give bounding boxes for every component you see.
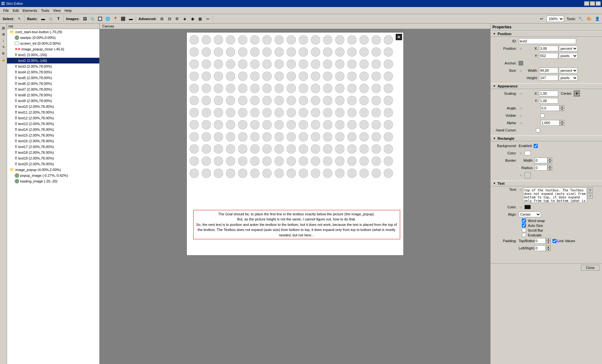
width-unit-select[interactable]: percent pixels <box>559 68 578 73</box>
adv-tool3[interactable]: ⚙ <box>174 15 181 22</box>
y-input[interactable] <box>539 53 558 59</box>
adv-tool5[interactable]: ◉ <box>189 15 196 22</box>
tree-item[interactable]: Ttext3 (2.00%,78.00%) <box>7 63 99 69</box>
zoom-select[interactable]: 100% 50% 75% 150% 200% <box>546 16 564 22</box>
img-tool7[interactable]: ▬ <box>127 15 134 22</box>
angle-input[interactable] <box>540 105 560 111</box>
handcursor-checkbox[interactable] <box>536 128 540 132</box>
id-input[interactable] <box>519 38 576 44</box>
radius-down[interactable]: ▼ <box>548 168 552 171</box>
img-tool3[interactable]: 🔲 <box>97 15 104 22</box>
alpha-spinner[interactable]: ▲ ▼ <box>560 120 564 126</box>
tree-item[interactable]: Ttext15 (2.00%,78.00%) <box>7 132 99 138</box>
adv-tool6[interactable]: ▦ <box>197 15 204 22</box>
x-unit-select[interactable]: percent pixels <box>559 46 578 51</box>
basic-tool1[interactable]: ▬ <box>40 15 47 22</box>
close-props-button[interactable]: Close <box>581 265 599 271</box>
tree-item[interactable]: Ttext20 (2.00%,78.00%) <box>7 161 99 167</box>
menu-file[interactable]: File <box>1 8 11 13</box>
text-content-input[interactable]: top of the textbox. The Textbox does not… <box>523 188 587 203</box>
close-window-button[interactable]: × <box>596 1 601 6</box>
text-clear-btn[interactable]: ↗ <box>588 193 593 198</box>
menu-edit[interactable]: Edit <box>11 8 21 13</box>
adv-tool2[interactable]: ⊟ <box>166 15 173 22</box>
tree-item[interactable]: Ttext6 (2.00%,78.00%) <box>7 81 99 86</box>
tree-item[interactable]: Ttext4 (2.00%,78.00%) <box>7 69 99 75</box>
tree-item[interactable]: screen_tnt (0.00%,0.00%) <box>7 41 99 46</box>
tree-item[interactable]: Ttext8 (2.00%,78.00%) <box>7 92 99 98</box>
tree-item[interactable]: ✕✕image_popup_close (-45,6) <box>7 46 99 52</box>
radius-input[interactable] <box>535 165 547 171</box>
maximize-button[interactable]: □ <box>590 1 595 6</box>
tree-item[interactable]: Ttext2 (3.00%,-148) <box>7 58 99 63</box>
img-tool2[interactable]: 📎 <box>89 15 96 22</box>
align-select[interactable]: Center Left Right <box>519 212 541 217</box>
tree-container[interactable]: 📁cont_start-tour-button (-70,29)🌐startpi… <box>7 29 99 364</box>
tools-btn2[interactable]: 🎨 <box>585 15 592 22</box>
scrollbar-checkbox[interactable] <box>522 228 526 232</box>
tree-item[interactable]: Ttext13 (2.00%,78.00%) <box>7 121 99 127</box>
select-tool-btn[interactable]: ↖ <box>16 15 23 22</box>
side-btn-4[interactable]: ✎ <box>1 44 6 50</box>
tree-item[interactable]: Ttext16 (2.00%,78.00%) <box>7 138 99 144</box>
leftright-down[interactable]: ▼ <box>546 248 551 251</box>
tree-item[interactable]: 📁image_popup (4.00%,2.00%) <box>7 167 99 173</box>
menu-view[interactable]: View <box>51 8 63 13</box>
bg-color-swatch[interactable] <box>524 151 531 155</box>
angle-down[interactable]: ▼ <box>560 108 564 111</box>
tree-item[interactable]: 📁cont_start-tour-button (-70,29) <box>7 29 99 35</box>
appearance-section-header[interactable]: ▼ Appearance <box>491 83 602 89</box>
alpha-input[interactable] <box>540 120 560 126</box>
evaluate-checkbox[interactable] <box>522 233 526 237</box>
wordwrap-checkbox[interactable] <box>522 219 526 223</box>
angle-spinner[interactable]: ▲ ▼ <box>560 105 564 111</box>
tree-item[interactable]: Ttext12 (2.00%,78.00%) <box>7 115 99 121</box>
scale-x-input[interactable] <box>539 91 558 96</box>
leftright-input[interactable] <box>535 245 546 251</box>
minimize-button[interactable]: _ <box>584 1 589 6</box>
menu-tools[interactable]: Tools <box>39 8 51 13</box>
tools-btn3[interactable]: 👤 <box>594 15 601 22</box>
angle-up[interactable]: ▲ <box>560 105 564 108</box>
tree-item[interactable]: Ttext9 (2.00%,78.00%) <box>7 98 99 104</box>
scale-y-input[interactable] <box>539 98 558 104</box>
side-btn-5[interactable]: ⚙ <box>1 50 6 56</box>
text-color-swatch[interactable] <box>524 205 531 209</box>
menu-elements[interactable]: Elements <box>21 8 39 13</box>
text-section-header[interactable]: ▼ Text <box>491 181 602 186</box>
radius-up[interactable]: ▲ <box>548 165 552 168</box>
canvas-close-button[interactable]: ✕ <box>396 34 402 40</box>
linkvalues-checkbox[interactable] <box>552 239 557 243</box>
topbottom-spinner[interactable]: ▲ ▼ <box>546 238 551 244</box>
tree-item[interactable]: Ttext7 (2.00%,78.00%) <box>7 86 99 92</box>
topbottom-down[interactable]: ▼ <box>546 241 551 244</box>
tree-item[interactable]: 🌐startpic (0.00%,0.00%) <box>7 35 99 41</box>
menu-help[interactable]: Help <box>63 8 74 13</box>
tree-item[interactable]: Ttext14 (2.00%,78.00%) <box>7 127 99 132</box>
img-tool6[interactable]: ⬛ <box>120 15 127 22</box>
x-input[interactable] <box>539 46 558 51</box>
tools-btn1[interactable]: 🔧 <box>577 15 584 22</box>
undo-btn[interactable]: ↩ <box>538 15 545 22</box>
width-input[interactable] <box>539 68 558 73</box>
side-btn-1[interactable]: ▤ <box>1 25 6 31</box>
bg-enabled-checkbox[interactable] <box>534 144 538 148</box>
adv-tool7[interactable]: ═ <box>204 15 211 22</box>
border-width-spinner[interactable]: ▲ ▼ <box>548 158 552 163</box>
border-width-up[interactable]: ▲ <box>548 158 552 160</box>
adv-tool4[interactable]: ◈ <box>181 15 188 22</box>
tree-item[interactable]: Ttext10 (2.00%,78.00%) <box>7 104 99 109</box>
basic-tool3[interactable]: T <box>55 15 62 22</box>
topbottom-input[interactable] <box>535 238 546 244</box>
img-tool4[interactable]: 🌐 <box>104 15 111 22</box>
alpha-up[interactable]: ▲ <box>560 120 564 123</box>
border-width-input[interactable] <box>535 158 547 163</box>
basic-tool2[interactable]: □ <box>47 15 54 22</box>
img-tool1[interactable]: 🖼 <box>81 15 88 22</box>
tree-item[interactable]: Ttext1 (3.00%,-150) <box>7 52 99 58</box>
img-tool5[interactable]: 📍 <box>112 15 119 22</box>
canvas-content[interactable]: ✕ The Goal should be, to place the first… <box>100 29 490 364</box>
height-input[interactable] <box>539 75 558 81</box>
side-btn-6[interactable]: 🔒 <box>1 57 6 63</box>
tree-item[interactable]: 🌐loading_image (-20,-20) <box>7 178 99 184</box>
